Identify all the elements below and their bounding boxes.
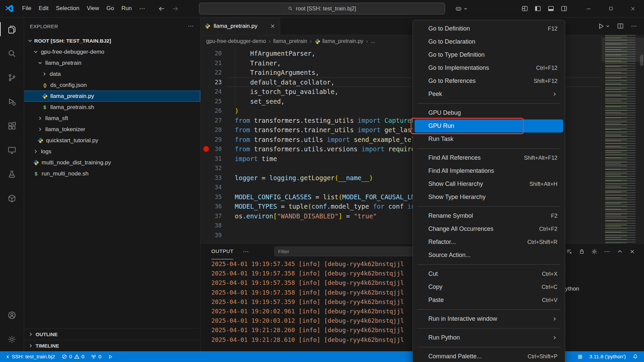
menu-go[interactable]: Go (103, 3, 118, 14)
line-number[interactable]: 22 (200, 69, 222, 76)
tree-item-data[interactable]: data (24, 68, 200, 80)
breadcrumb-item-llama-pretrain-py[interactable]: llama_pretrain.py (315, 38, 364, 44)
menu-item-show-type-hierarchy[interactable]: Show Type Hierarchy (415, 191, 563, 204)
minimap[interactable] (601, 35, 644, 243)
toggle-sidebar-icon[interactable] (534, 5, 541, 12)
split-editor-button[interactable] (617, 22, 624, 30)
line-number[interactable]: 27 (200, 117, 222, 124)
activity-item-settings[interactable] (0, 327, 24, 351)
menu-item-run-python[interactable]: Run Python (415, 331, 563, 344)
menu-item-command-palette[interactable]: Command Palette...Ctrl+Shift+P (415, 350, 563, 362)
menu-item-find-all-references[interactable]: Find All ReferencesShift+Alt+F12 (415, 151, 563, 164)
tree-item-multi-node-dist-training-py[interactable]: multi_node_dist_training.py (24, 157, 200, 168)
clear-output-icon[interactable] (566, 248, 573, 255)
line-number[interactable]: 20 (200, 50, 222, 57)
line-number[interactable]: 29 (200, 136, 222, 143)
menu-item-go-to-implementations[interactable]: Go to ImplementationsCtrl+F12 (415, 61, 563, 74)
output-settings-icon[interactable] (591, 248, 598, 255)
tree-item-llama-pretrain-py[interactable]: llama_pretrain.py (24, 91, 200, 102)
line-number[interactable]: 36 (200, 203, 222, 210)
line-number[interactable]: 28 (200, 126, 222, 133)
menu-item-paste[interactable]: PasteCtrl+V (415, 294, 563, 307)
menu-run[interactable]: Run (118, 3, 136, 14)
line-number[interactable]: 26 (200, 107, 222, 114)
copilot-button[interactable] (455, 5, 468, 12)
grid-indicator[interactable] (574, 351, 586, 362)
line-number[interactable]: 38 (200, 222, 222, 229)
minimap-slider[interactable] (602, 38, 644, 62)
menu-item-go-to-type-definition[interactable]: Go to Type Definition (415, 48, 563, 61)
menu-item-go-to-references[interactable]: Go to ReferencesShift+F12 (415, 74, 563, 88)
activity-item-account[interactable] (0, 303, 24, 327)
menu-[interactable]: ⋯ (136, 3, 149, 14)
close-panel-icon[interactable] (629, 249, 635, 255)
activity-item-package[interactable] (0, 186, 24, 210)
outline-section[interactable]: OUTLINE (24, 328, 200, 340)
breadcrumb-item-gpu-free-debugger-demo[interactable]: gpu-free-debugger-demo (206, 38, 266, 44)
menu-item-cut[interactable]: CutCtrl+X (415, 267, 563, 280)
menu-item-source-action[interactable]: Source Action... (415, 249, 563, 262)
line-number[interactable]: 34 (200, 184, 222, 191)
menu-selection[interactable]: Selection (52, 3, 83, 14)
menu-view[interactable]: View (83, 3, 103, 14)
line-number[interactable]: 35 (200, 194, 222, 200)
menu-item-gpu-run[interactable]: GPU Run (415, 119, 563, 133)
menu-item-change-all-occurrences[interactable]: Change All OccurrencesCtrl+F2 (415, 222, 563, 236)
minimize-button[interactable] (578, 0, 600, 17)
problems-indicator[interactable]: 0 0 (58, 351, 88, 362)
tree-item-llama-pretrain-sh[interactable]: $llama_pretrain.sh (24, 102, 200, 113)
tree-item-run-multi-node-sh[interactable]: $run_multi_node.sh (24, 168, 200, 179)
tree-item-ds-config-json[interactable]: {}ds_config.json (24, 80, 200, 91)
line-number[interactable]: 32 (200, 165, 222, 171)
close-window-button[interactable] (622, 0, 644, 17)
line-number[interactable]: 39 (200, 232, 222, 239)
line-number[interactable]: 23 (200, 79, 222, 86)
line-number[interactable]: 33 (200, 174, 222, 181)
tree-item-quickstart-tutorial-py[interactable]: quickstart_tutorial.py (24, 135, 200, 146)
line-number[interactable]: 21 (200, 60, 222, 66)
menu-edit[interactable]: Edit (35, 3, 52, 14)
menu-item-gpu-debug[interactable]: GPU Debug (415, 106, 563, 119)
activity-item-search[interactable] (0, 41, 24, 65)
lock-scroll-icon[interactable] (579, 248, 585, 255)
tree-item-gpu-free-debugger-demo[interactable]: gpu-free-debugger-demo (24, 46, 200, 57)
debug-indicator[interactable] (105, 351, 116, 362)
workspace-root-row[interactable]: ROOT [SSH: TEST_TRAIN.BJ2] (24, 35, 200, 46)
back-arrow-icon[interactable] (158, 5, 165, 12)
menu-item-show-call-hierarchy[interactable]: Show Call HierarchyShift+Alt+H (415, 177, 563, 191)
toggle-panel-icon[interactable] (547, 5, 554, 12)
activity-item-remote-explorer[interactable] (0, 138, 24, 162)
menu-item-peek[interactable]: Peek (415, 88, 563, 101)
line-number[interactable]: 37 (200, 213, 222, 219)
menu-file[interactable]: File (18, 3, 35, 14)
activity-item-testing[interactable] (0, 162, 24, 186)
forward-arrow-icon[interactable] (171, 5, 179, 12)
notifications-bell[interactable] (629, 351, 641, 362)
maximize-panel-icon[interactable] (616, 248, 623, 255)
line-number[interactable]: 25 (200, 98, 222, 105)
line-number[interactable]: 31 (200, 155, 222, 162)
menu-item-run-in-interactive-window[interactable]: Run in Interactive window (415, 312, 563, 325)
remote-indicator[interactable]: SSH: test_train.bj2 (1, 351, 58, 362)
breadcrumb-item-llama-pretrain[interactable]: llama_pretrain (273, 38, 307, 44)
explorer-more-actions-icon[interactable] (187, 23, 194, 30)
breakpoint-icon[interactable] (203, 146, 209, 152)
maximize-button[interactable] (600, 0, 622, 17)
menu-item-go-to-definition[interactable]: Go to DefinitionF12 (415, 22, 563, 35)
activity-item-explorer[interactable] (0, 17, 24, 41)
toggle-secondary-sidebar-icon[interactable] (560, 5, 568, 12)
tree-item-logs[interactable]: logs (24, 146, 200, 157)
output-filter-input[interactable] (274, 247, 415, 256)
menu-item-find-all-implementations[interactable]: Find All Implementations (415, 164, 563, 177)
activity-item-extensions[interactable] (0, 114, 24, 138)
line-number[interactable]: 24 (200, 88, 222, 95)
tree-item-llama-tokenizer[interactable]: llama_tokenizer (24, 124, 200, 135)
menu-item-rename-symbol[interactable]: Rename SymbolF2 (415, 209, 563, 222)
panel-more-icon[interactable] (243, 248, 249, 255)
menu-item-copy[interactable]: CopyCtrl+C (415, 280, 563, 294)
panel-overflow-icon[interactable] (604, 248, 610, 255)
ports-indicator[interactable]: 0 (88, 351, 105, 362)
breadcrumb-item-[interactable]: ... (371, 38, 375, 44)
scrollbar-thumb[interactable] (640, 55, 643, 66)
command-center[interactable]: root [SSH: test_train.bj2] (199, 3, 445, 14)
